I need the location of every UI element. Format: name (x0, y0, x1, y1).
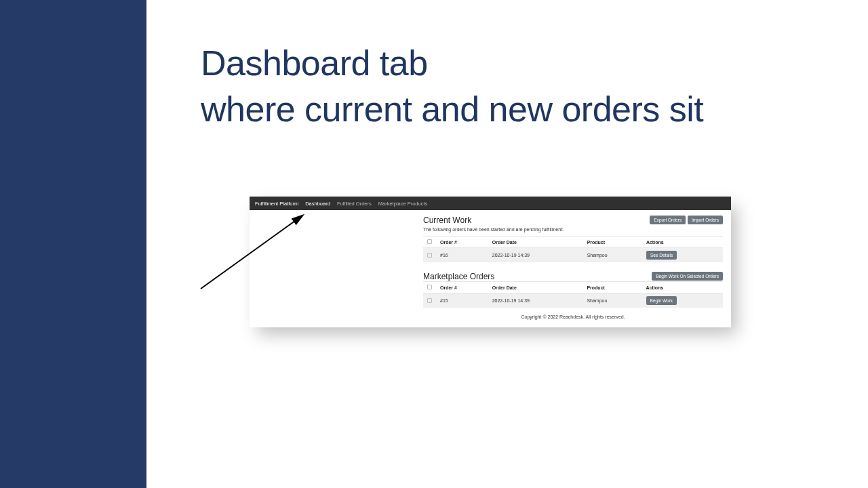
current-work-header-row: Current Work Export Orders Import Orders (423, 216, 723, 225)
cell-product: Shampoo (583, 293, 642, 308)
col-order: Order # (436, 282, 488, 293)
col-product: Product (583, 237, 642, 248)
current-work-title: Current Work (423, 216, 471, 225)
row-checkbox[interactable] (427, 298, 432, 303)
heading-line-2: where current and new orders sit (201, 89, 703, 129)
table-row: #15 2022-10-19 14:39 Shampoo Begin Work (423, 293, 723, 308)
see-details-button[interactable]: See Details (646, 251, 677, 260)
cell-order: #16 (436, 248, 488, 263)
select-all-checkbox[interactable] (427, 239, 432, 244)
table-header-row: Order # Order Date Product Actions (423, 282, 723, 293)
table-row: #16 2022-10-19 14:39 Shampoo See Details (423, 248, 723, 263)
app-footer: Copyright © 2022 Reachdesk. All rights r… (423, 308, 723, 325)
select-all-checkbox[interactable] (427, 285, 432, 289)
current-work-description: The following orders have been started a… (423, 227, 723, 232)
import-orders-button[interactable]: Import Orders (688, 216, 723, 224)
app-navbar: Fulfillment Platform Dashboard Fulfilled… (250, 197, 731, 210)
col-date: Order Date (488, 237, 583, 248)
col-product: Product (583, 282, 642, 293)
col-order: Order # (436, 237, 488, 248)
marketplace-header-row: Marketplace Orders Begin Work On Selecte… (423, 272, 723, 281)
cell-order: #15 (436, 293, 488, 308)
table-header-row: Order # Order Date Product Actions (423, 237, 723, 248)
marketplace-title: Marketplace Orders (423, 272, 494, 281)
export-import-buttons: Export Orders Import Orders (650, 216, 723, 224)
nav-marketplace-products[interactable]: Marketplace Products (378, 201, 428, 207)
current-work-table: Order # Order Date Product Actions #16 2… (423, 236, 723, 262)
cell-date: 2022-10-19 14:39 (488, 293, 583, 308)
cell-date: 2022-10-19 14:39 (488, 248, 583, 263)
app-screenshot: Fulfillment Platform Dashboard Fulfilled… (250, 197, 731, 327)
nav-fulfilled-orders[interactable]: Fulfilled Orders (337, 201, 372, 207)
slide-left-stripe (0, 0, 146, 488)
app-content: Current Work Export Orders Import Orders… (250, 210, 731, 327)
begin-work-button[interactable]: Begin Work (646, 296, 677, 305)
begin-selected-button[interactable]: Begin Work On Selected Orders (652, 272, 723, 281)
marketplace-buttons: Begin Work On Selected Orders (652, 272, 723, 281)
col-date: Order Date (488, 282, 583, 293)
row-checkbox[interactable] (427, 253, 432, 258)
cell-product: Shampoo (583, 248, 642, 263)
nav-dashboard[interactable]: Dashboard (305, 201, 330, 207)
slide-heading: Dashboard tab where current and new orde… (201, 41, 703, 132)
marketplace-table: Order # Order Date Product Actions #15 2… (423, 281, 723, 308)
col-actions: Actions (642, 282, 723, 293)
col-actions: Actions (642, 237, 723, 248)
heading-line-1: Dashboard tab (201, 43, 428, 83)
slide-main: Dashboard tab where current and new orde… (146, 0, 868, 488)
brand-label: Fulfillment Platform (255, 201, 298, 207)
export-orders-button[interactable]: Export Orders (650, 216, 685, 224)
